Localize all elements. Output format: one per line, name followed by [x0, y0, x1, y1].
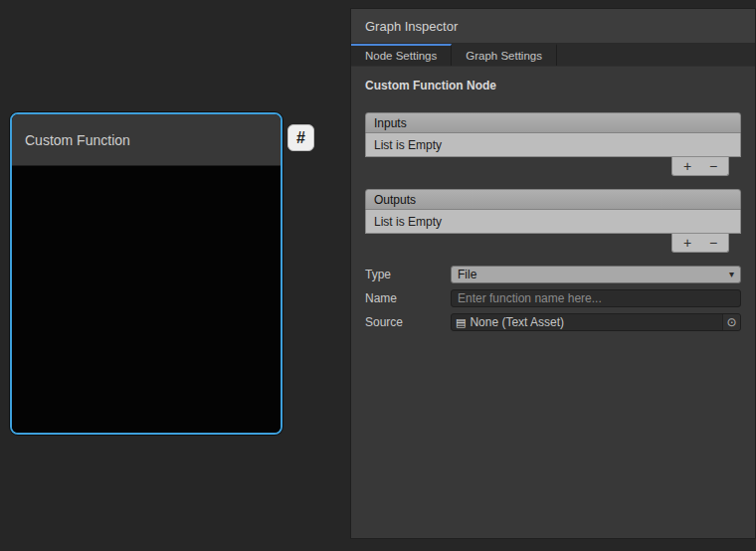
- tab-node-settings-label: Node Settings: [365, 50, 437, 62]
- type-label: Type: [365, 268, 451, 281]
- outputs-list: Outputs List is Empty + −: [365, 189, 741, 253]
- inputs-list-footer: + −: [671, 157, 729, 176]
- name-row: Name: [365, 289, 741, 307]
- node-header[interactable]: Custom Function: [12, 114, 281, 166]
- source-object-value: None (Text Asset): [470, 315, 722, 329]
- inspector-content: Custom Function Node Inputs List is Empt…: [351, 67, 755, 538]
- type-dropdown[interactable]: File ▾: [451, 266, 741, 283]
- node-settings-heading: Custom Function Node: [365, 79, 741, 92]
- outputs-add-button[interactable]: +: [676, 235, 698, 252]
- inputs-list: Inputs List is Empty + −: [365, 112, 741, 176]
- inputs-add-button[interactable]: +: [676, 158, 698, 175]
- node-hash-badge[interactable]: #: [287, 124, 314, 151]
- outputs-empty-label: List is Empty: [374, 215, 442, 229]
- object-picker-icon[interactable]: ⊙: [722, 314, 740, 330]
- node-fields: Type File ▾ Name Source ▤ None (Text Ass…: [365, 266, 741, 331]
- name-label: Name: [365, 291, 451, 305]
- inputs-remove-button[interactable]: −: [702, 158, 724, 175]
- inputs-list-title: Inputs: [374, 116, 407, 130]
- function-name-input[interactable]: [451, 289, 741, 307]
- tab-graph-settings-label: Graph Settings: [466, 50, 542, 62]
- source-object-field[interactable]: ▤ None (Text Asset) ⊙: [451, 313, 741, 331]
- text-asset-icon: ▤: [456, 317, 466, 328]
- inspector-title: Graph Inspector: [365, 19, 458, 34]
- node-title: Custom Function: [25, 132, 130, 148]
- inspector-titlebar[interactable]: Graph Inspector: [351, 9, 755, 44]
- inputs-list-header: Inputs: [365, 112, 741, 133]
- type-dropdown-value: File: [458, 268, 729, 281]
- inputs-list-footer-row: + −: [365, 157, 741, 176]
- custom-function-node[interactable]: Custom Function: [10, 112, 283, 435]
- outputs-list-footer-row: + −: [365, 234, 741, 253]
- outputs-list-footer: + −: [671, 234, 729, 253]
- hash-icon: #: [296, 129, 305, 147]
- inputs-list-body: List is Empty: [365, 133, 741, 157]
- graph-inspector-panel: Graph Inspector Node Settings Graph Sett…: [350, 8, 756, 539]
- inputs-empty-label: List is Empty: [374, 138, 442, 152]
- type-row: Type File ▾: [365, 266, 741, 283]
- chevron-down-icon: ▾: [729, 270, 734, 279]
- outputs-remove-button[interactable]: −: [702, 235, 724, 252]
- source-row: Source ▤ None (Text Asset) ⊙: [365, 313, 741, 331]
- inspector-tabbar: Node Settings Graph Settings: [351, 44, 755, 67]
- source-label: Source: [365, 315, 451, 329]
- outputs-list-title: Outputs: [374, 193, 416, 207]
- tab-graph-settings[interactable]: Graph Settings: [452, 44, 557, 66]
- outputs-list-body: List is Empty: [365, 210, 741, 234]
- graph-canvas[interactable]: Custom Function # Graph Inspector Node S…: [0, 0, 756, 551]
- node-body: [12, 166, 281, 435]
- tab-node-settings[interactable]: Node Settings: [351, 44, 452, 66]
- outputs-list-header: Outputs: [365, 189, 741, 210]
